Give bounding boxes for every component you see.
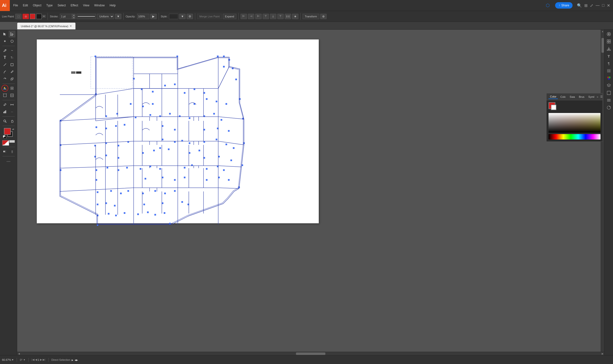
stroke-increment[interactable]: ▲ bbox=[72, 14, 76, 16]
arrange-icon[interactable]: ⊞ bbox=[584, 3, 587, 8]
align-horiz-left-icon[interactable]: ⊢ bbox=[241, 14, 247, 19]
align-vert-top-icon[interactable]: ⊤ bbox=[263, 14, 269, 19]
align-panel-btn[interactable] bbox=[605, 97, 612, 104]
expand-btn[interactable]: Expand bbox=[223, 14, 236, 19]
appearance-btn[interactable] bbox=[605, 104, 612, 111]
scale-tool[interactable] bbox=[9, 76, 15, 82]
swa-tab[interactable]: Swa bbox=[568, 95, 576, 99]
menu-help[interactable]: Help bbox=[107, 0, 118, 11]
menu-type[interactable]: Type bbox=[44, 0, 55, 11]
paint-oval-icon[interactable]: ◎ bbox=[23, 14, 29, 19]
color-gradient-picker[interactable] bbox=[548, 113, 600, 133]
extra-tool[interactable]: ··· bbox=[9, 108, 15, 115]
fill-swatch[interactable] bbox=[30, 14, 35, 19]
direct-selection-tool[interactable] bbox=[9, 31, 15, 38]
transform-btn[interactable]: Transform bbox=[303, 14, 319, 19]
menu-effect[interactable]: Effect bbox=[68, 0, 80, 11]
panel-more-btn[interactable]: » bbox=[597, 95, 598, 98]
opacity-arrow-btn[interactable]: ▶ bbox=[150, 14, 157, 19]
maximize-icon[interactable]: □ bbox=[602, 3, 604, 8]
nav-prev-btn[interactable]: ◀ bbox=[35, 358, 37, 361]
measure-tool[interactable] bbox=[9, 101, 15, 108]
export-btn[interactable] bbox=[605, 45, 612, 52]
minimize-icon[interactable]: — bbox=[596, 3, 600, 8]
stroke-swatch-expand[interactable]: ▼ bbox=[42, 15, 46, 18]
opacity-input[interactable]: 100% bbox=[137, 14, 149, 19]
fill-none-icon[interactable] bbox=[2, 140, 9, 146]
live-paint-bucket-tool[interactable] bbox=[1, 85, 8, 92]
sync-icon[interactable]: ⬡ bbox=[546, 3, 550, 8]
brush-tool[interactable] bbox=[1, 68, 8, 75]
menu-select[interactable]: Select bbox=[55, 0, 68, 11]
artboard-tool[interactable] bbox=[1, 92, 8, 99]
stroke-preview[interactable] bbox=[77, 14, 96, 19]
type-tool[interactable]: T bbox=[1, 54, 8, 61]
align-vert-dist-icon[interactable]: ◈ bbox=[292, 14, 299, 19]
tab-close-btn[interactable]: ✕ bbox=[70, 25, 72, 28]
search-icon[interactable]: 🔍 bbox=[577, 3, 582, 8]
selection-tool[interactable] bbox=[1, 31, 8, 38]
line-tool[interactable] bbox=[1, 61, 8, 68]
color-panel-btn[interactable] bbox=[605, 75, 612, 82]
transform-panel-btn[interactable] bbox=[605, 67, 612, 74]
magic-wand-tool[interactable]: ✦ bbox=[1, 38, 8, 45]
scroll-up-btn[interactable]: ▲ bbox=[601, 30, 604, 33]
paint-rect-icon[interactable]: ⬚ bbox=[15, 14, 22, 19]
black-swatch[interactable] bbox=[9, 143, 15, 145]
curvature-tool[interactable]: ~ bbox=[9, 47, 15, 54]
graph-tool[interactable] bbox=[1, 108, 8, 115]
stroke-swatch[interactable] bbox=[36, 14, 42, 19]
nav-first-btn[interactable]: |◀ bbox=[32, 358, 34, 361]
syml-tab[interactable]: Syml bbox=[587, 95, 596, 99]
align-horiz-dist-icon[interactable]: |◇| bbox=[285, 14, 291, 19]
merge-live-paint-btn[interactable]: Merge Live Paint bbox=[197, 14, 222, 19]
align-vert-bottom-icon[interactable]: ⊤ bbox=[277, 14, 284, 19]
panel-stroke-swatch[interactable] bbox=[551, 105, 556, 110]
align-horiz-center-icon[interactable]: ⊣ bbox=[248, 14, 254, 19]
scroll-thumb-h[interactable] bbox=[296, 352, 325, 355]
color-tab[interactable]: Color bbox=[548, 95, 558, 99]
layers-panel-btn[interactable] bbox=[605, 82, 612, 89]
close-icon[interactable]: ✕ bbox=[607, 3, 610, 8]
style-arrow-btn[interactable]: ▼ bbox=[179, 14, 186, 19]
shape-tool[interactable] bbox=[9, 61, 15, 68]
scroll-left-btn[interactable]: ◀ bbox=[17, 352, 21, 355]
eyedropper-tool[interactable] bbox=[1, 101, 8, 108]
align-vert-center-icon[interactable]: ⊥ bbox=[270, 14, 276, 19]
tool-indicator-nav[interactable]: ◀▶ bbox=[75, 359, 78, 361]
stroke-decrement[interactable]: ▼ bbox=[72, 16, 76, 19]
resize-icon[interactable]: ⤢ bbox=[590, 3, 593, 8]
document-tab[interactable]: Untitled-1* @ 66.67 % (CMYK/Preview) ✕ bbox=[17, 23, 76, 29]
gradient-mode[interactable] bbox=[1, 148, 8, 155]
style-settings-btn[interactable]: ⚙ bbox=[187, 14, 193, 19]
stroke-value-input[interactable]: 1 pt bbox=[60, 14, 72, 19]
slice-tool[interactable] bbox=[9, 92, 15, 99]
properties-panel-btn[interactable] bbox=[605, 31, 612, 38]
swap-colors-icon[interactable]: ⇄ bbox=[12, 128, 14, 130]
stroke-arrow-btn[interactable]: ▼ bbox=[115, 14, 121, 19]
hand-tool[interactable] bbox=[9, 118, 15, 125]
align-horiz-right-icon[interactable]: ⊢ bbox=[255, 14, 262, 19]
stroke-type-select[interactable]: Uniform bbox=[97, 14, 114, 19]
menu-object[interactable]: Object bbox=[30, 0, 44, 11]
tool-indicator-arrow[interactable]: ▶ bbox=[72, 359, 73, 361]
foreground-color-swatch[interactable] bbox=[4, 128, 11, 135]
more-tools-btn[interactable]: ··· bbox=[6, 158, 11, 164]
nav-last-btn[interactable]: ▶| bbox=[43, 358, 45, 361]
paragraph-btn[interactable]: ¶ bbox=[605, 60, 612, 67]
zoom-dropdown-icon[interactable]: ▼ bbox=[12, 359, 14, 361]
style-preview[interactable] bbox=[169, 14, 178, 19]
white-swatch[interactable] bbox=[9, 140, 15, 143]
zoom-tool[interactable] bbox=[1, 118, 8, 125]
reset-colors-icon[interactable] bbox=[3, 135, 6, 139]
rotate-tool[interactable] bbox=[1, 76, 8, 82]
color-hue-slider[interactable] bbox=[548, 134, 600, 140]
lasso-tool[interactable] bbox=[9, 38, 15, 45]
pencil-tool[interactable] bbox=[9, 68, 15, 75]
pattern-mode[interactable]: ⣿ bbox=[9, 148, 15, 155]
share-button[interactable]: ↑ Share bbox=[555, 2, 573, 9]
vertical-type-tool[interactable]: T↕ bbox=[9, 54, 15, 61]
brus-tab[interactable]: Brus bbox=[577, 95, 586, 99]
transform-extra-btn[interactable]: ⊛ bbox=[320, 14, 326, 19]
artboards-btn[interactable] bbox=[605, 90, 612, 96]
